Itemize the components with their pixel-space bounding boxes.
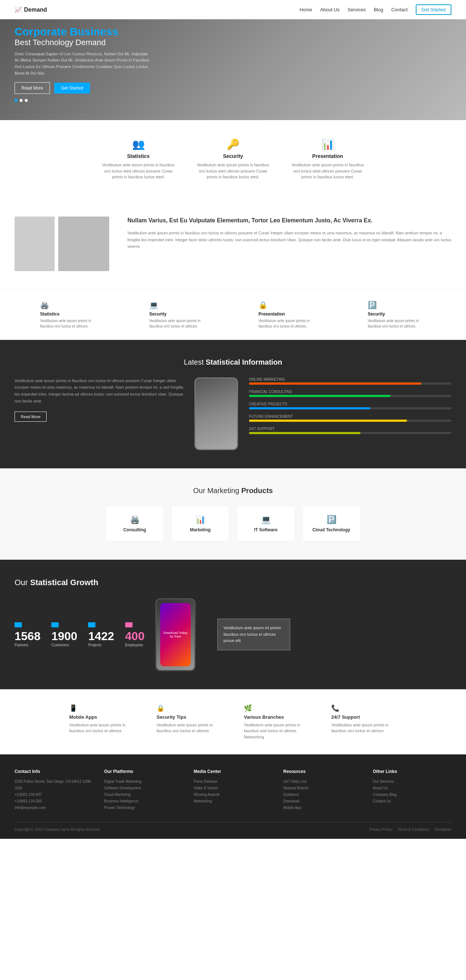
- info-branches: 🌿 Various Branches Vestibulum ante ipsum…: [244, 704, 310, 740]
- footer-link-guidance[interactable]: Guidance: [283, 792, 362, 798]
- info-support: 📞 24/7 Support Vestibuldus ante ipsum pr…: [331, 704, 397, 740]
- dot-3[interactable]: [25, 99, 28, 102]
- footer-link-digital[interactable]: Digital Trade Marketing: [104, 778, 183, 785]
- footer-link-about[interactable]: About Us: [373, 785, 452, 792]
- about-image-1: [14, 216, 54, 271]
- marketing-icon: 📊: [179, 515, 222, 524]
- nav-about[interactable]: About Us: [320, 7, 339, 13]
- bar-fill-0: [249, 382, 421, 385]
- statistics-icon: 👥: [102, 138, 175, 150]
- info-row-section: 📱 Mobile Apps Vestibulum ante ipsum prim…: [0, 689, 466, 755]
- footer-link-blog[interactable]: Company Blog: [373, 792, 452, 798]
- nav-blog[interactable]: Blog: [374, 7, 383, 13]
- hero-get-started-button[interactable]: Get Started: [54, 83, 89, 94]
- bar-bg-0: [249, 382, 452, 385]
- logo-icon: 📈: [14, 6, 22, 13]
- footer-privacy[interactable]: Privacy Policy: [370, 827, 392, 832]
- bar-fill-1: [249, 395, 391, 397]
- software-icon: 💻: [244, 515, 287, 524]
- footer-link-proven[interactable]: Proven Technology: [104, 805, 183, 811]
- mini-feat-2: 🔒 Presentation Vestibulum ante ipsum pri…: [259, 301, 317, 329]
- dot-1[interactable]: [14, 99, 18, 102]
- nav-home[interactable]: Home: [300, 7, 312, 13]
- logo-text: Demand: [24, 6, 47, 13]
- footer-link-awards[interactable]: Winning Awards: [194, 792, 272, 798]
- mini-feat-0: 🖨️ Statistics Vestibulum ante ipsum prim…: [40, 301, 98, 329]
- growth-heading: Our Statistical Growth: [14, 578, 452, 587]
- feature-security: 🔑 Security Vestibulum ante ipsum primis …: [196, 138, 270, 180]
- footer-link-press[interactable]: Press Release: [194, 778, 272, 785]
- mobile-icon: 📱: [69, 704, 135, 712]
- hero-subheading: Best Technology Demand: [14, 38, 153, 47]
- bar-bg-1: [249, 395, 452, 397]
- footer-link-contact[interactable]: Contact Us: [373, 798, 452, 805]
- nav-services[interactable]: Services: [348, 7, 366, 13]
- bar-bg-2: [249, 407, 452, 409]
- footer: Contact Info 2330 Fulton Street, San Die…: [0, 754, 466, 839]
- bar-row-3: FUTURE ENHANCEMENT: [249, 415, 452, 422]
- growth-phone-screen: Download Today for free!: [160, 603, 191, 666]
- product-consulting: 🖨️ Consulting: [105, 506, 164, 541]
- bar-row-2: CREATIVE PROJECTS: [249, 402, 452, 409]
- hero-heading: Corporate Business: [14, 25, 153, 38]
- about-text: Nullam Varius, Est Eu Vulputate Elementu…: [128, 216, 452, 250]
- bar-bg-3: [249, 420, 452, 422]
- dot-2[interactable]: [20, 99, 22, 102]
- navbar: 📈 Demand Home About Us Services Blog Con…: [0, 0, 466, 19]
- feature-statistics: 👥 Statistics Vestibulum ante ipsum primi…: [102, 138, 175, 180]
- footer-bottom: Copyright © 2016 Company name All rights…: [14, 822, 452, 832]
- footer-contact: Contact Info 2330 Fulton Street, San Die…: [14, 769, 93, 811]
- consulting-icon: 🖨️: [113, 515, 156, 524]
- read-more-button[interactable]: Read More: [14, 82, 50, 94]
- hero-content: Corporate Business Best Technology Deman…: [0, 4, 168, 116]
- bar-row-4: 24/7 SUPPORT: [249, 427, 452, 434]
- info-mobile: 📱 Mobile Apps Vestibulum ante ipsum prim…: [69, 704, 135, 740]
- product-software: 💻 IT Software: [237, 506, 295, 541]
- stats-text: Vestibulum ante ipsum primis in faucibus…: [14, 377, 184, 422]
- footer-media: Media Center Press Release Video & Voice…: [194, 769, 272, 811]
- about-section: Nullam Varius, Est Eu Vulputate Elementu…: [0, 198, 466, 289]
- bar-row-0: ONLINE MARKETING: [249, 377, 452, 385]
- footer-link-networking[interactable]: Networking: [194, 798, 272, 805]
- footer-terms[interactable]: Terms & Conditions: [397, 827, 429, 832]
- hero-buttons: Read More Get Started: [14, 82, 153, 94]
- footer-link-video[interactable]: Video & Voices: [194, 785, 272, 792]
- footer-link-download[interactable]: Download: [283, 798, 362, 805]
- phone-mockup: [195, 377, 238, 450]
- footer-link-mobile-app[interactable]: Mobile App: [283, 805, 362, 811]
- bar-fill-4: [249, 432, 361, 434]
- branches-icon: 🌿: [244, 704, 310, 712]
- stats-phone: [195, 377, 238, 450]
- growth-stats: 1568 Partners 1900 Customers 1422 Projec…: [14, 622, 145, 647]
- mini-feat-3: 🅿️ Security Vestibulum ante ipsum primis…: [368, 301, 426, 329]
- stat-partners: 1568 Partners: [14, 622, 40, 647]
- about-image-2: [58, 216, 109, 271]
- footer-disclaimer[interactable]: Disclaimer: [434, 827, 452, 832]
- cloud-icon: 🅿️: [310, 515, 353, 524]
- info-security: 🔒 Security Tips Vestibulum ante ipsum pr…: [156, 704, 222, 740]
- footer-link-cloud-mkt[interactable]: Cloud Marketing: [104, 792, 183, 798]
- mini-icon-1: 💻: [149, 301, 207, 309]
- footer-link-branch[interactable]: Nearest Branch: [283, 785, 362, 792]
- stat-icon-1: [51, 622, 59, 627]
- mini-icon-2: 🔒: [259, 301, 317, 309]
- hero-body: Onec Consequat Sapien UI Leo Cursus Rhon…: [14, 51, 153, 76]
- footer-resources: Resources 24/7 Help Line Nearest Branch …: [283, 769, 362, 811]
- growth-section: Our Statistical Growth 1568 Partners 190…: [0, 560, 466, 689]
- footer-link-bi[interactable]: Business Intelligence: [104, 798, 183, 805]
- footer-cols: Contact Info 2330 Fulton Street, San Die…: [14, 769, 452, 811]
- stats-read-more-button[interactable]: Read More: [14, 412, 46, 422]
- footer-link-software-dev[interactable]: Software Development: [104, 785, 183, 792]
- product-marketing: 📊 Marketing: [171, 506, 229, 541]
- stat-icon-2: [88, 622, 96, 627]
- footer-link-helpline[interactable]: 24/7 Help Line: [283, 778, 362, 785]
- get-started-button[interactable]: Get Started: [416, 4, 452, 15]
- mini-features-section: 🖨️ Statistics Vestibulum ante ipsum prim…: [0, 289, 466, 340]
- hero-dots: [14, 99, 153, 102]
- stats-dark-section: Latest Statistical Information Vestibulu…: [0, 340, 466, 468]
- growth-inner: 1568 Partners 1900 Customers 1422 Projec…: [14, 598, 452, 671]
- nav-contact[interactable]: Contact: [391, 7, 408, 13]
- footer-link-services[interactable]: Our Services: [373, 778, 452, 785]
- bar-row-1: FINANCIAL CONSULTING: [249, 390, 452, 397]
- growth-box: Vestibulum ante ipsum int primis faucibu…: [217, 619, 290, 650]
